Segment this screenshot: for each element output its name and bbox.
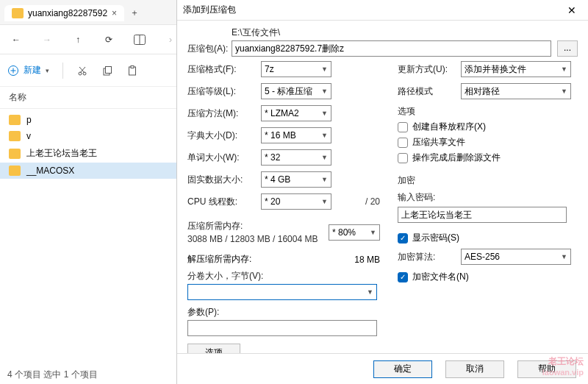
paste-icon[interactable] — [126, 65, 138, 77]
solid-label: 固实数据大小: — [187, 174, 261, 186]
options-heading: 选项 — [398, 105, 578, 118]
password-label: 输入密码: — [398, 191, 578, 204]
method-select[interactable]: * LZMA2▼ — [261, 105, 331, 121]
chevron-down-icon: ▾ — [46, 67, 49, 74]
delete-after-checkbox[interactable]: 操作完成后删除源文件 — [398, 152, 578, 164]
sfx-checkbox[interactable]: 创建自释放程序(X) — [398, 121, 578, 133]
dialog-footer: 确定 取消 帮助 — [177, 353, 588, 384]
new-tab-button[interactable]: ＋ — [124, 3, 145, 24]
algo-label: 加密算法: — [398, 251, 461, 263]
left-column: 压缩格式(F):7z▼ 压缩等级(L):5 - 标准压缩▼ 压缩方法(M):* … — [187, 61, 380, 353]
add-to-archive-dialog: 添加到压缩包 ✕ E:\互传文件\ 压缩包(A): ... 压缩格式(F):7z… — [176, 0, 588, 384]
mem-pct-select[interactable]: * 80%▼ — [329, 224, 380, 241]
svg-rect-12 — [131, 65, 134, 68]
archive-path-input[interactable] — [232, 40, 551, 57]
dialog-title: 添加到压缩包 — [183, 4, 562, 16]
forward-button: → — [37, 29, 57, 50]
chevron-down-icon: ▼ — [321, 154, 328, 161]
word-select[interactable]: * 32▼ — [261, 149, 331, 166]
refresh-button[interactable]: ⟳ — [98, 29, 119, 50]
cpu-select[interactable]: * 20▼ — [261, 193, 331, 210]
mem-decompress-label: 解压缩所需内存: — [187, 253, 251, 266]
folder-icon — [9, 131, 21, 141]
new-button[interactable]: 新建 ▾ — [7, 64, 49, 77]
pathmode-label: 路径模式 — [398, 85, 461, 98]
solid-select[interactable]: * 4 GB▼ — [261, 171, 331, 188]
back-button[interactable]: ← — [6, 29, 26, 50]
copy-icon[interactable] — [101, 65, 113, 77]
update-select[interactable]: 添加并替换文件▼ — [461, 61, 571, 77]
archive-label: 压缩包(A): — [187, 43, 232, 55]
encryption-heading: 加密 — [398, 174, 578, 187]
params-input[interactable] — [187, 320, 377, 336]
close-icon[interactable]: × — [112, 8, 117, 18]
chevron-down-icon: ▼ — [321, 110, 328, 117]
dict-select[interactable]: * 16 MB▼ — [261, 127, 331, 143]
format-label: 压缩格式(F): — [187, 63, 261, 76]
split-label: 分卷大小，字节(V): — [187, 270, 380, 282]
level-label: 压缩等级(L): — [187, 85, 261, 98]
encrypt-names-checkbox[interactable]: ✓加密文件名(N) — [398, 271, 578, 283]
params-label: 参数(P): — [187, 306, 380, 319]
password-input[interactable] — [398, 207, 567, 223]
cut-icon[interactable] — [76, 65, 88, 77]
path-folder: E:\互传文件\ — [232, 26, 578, 39]
status-bar: 4 个项目 选中 1 个项目 — [7, 369, 98, 381]
shared-checkbox[interactable]: 压缩共享文件 — [398, 136, 578, 149]
watermark: 老王论坛 laowan.vip — [542, 353, 584, 377]
chevron-down-icon: ▼ — [370, 229, 376, 236]
split-select[interactable]: ▼ — [187, 284, 377, 300]
right-column: 更新方式(U):添加并替换文件▼ 路径模式相对路径▼ 选项 创建自释放程序(X)… — [398, 61, 578, 353]
chevron-down-icon: ▼ — [561, 88, 567, 95]
folder-icon — [9, 115, 21, 125]
chevron-down-icon: ▼ — [321, 88, 328, 95]
browse-button[interactable]: ... — [557, 40, 578, 57]
cancel-button[interactable]: 取消 — [445, 360, 504, 378]
options-button[interactable]: 选项 — [187, 344, 240, 353]
dialog-titlebar: 添加到压缩包 ✕ — [177, 0, 588, 21]
cpu-label: CPU 线程数: — [187, 196, 261, 208]
update-label: 更新方式(U): — [398, 63, 461, 76]
algo-select[interactable]: AES-256▼ — [461, 249, 571, 265]
split-view-icon[interactable] — [129, 29, 150, 50]
dict-label: 字典大小(D): — [187, 129, 261, 142]
folder-icon — [12, 8, 24, 18]
chevron-down-icon: ▼ — [321, 198, 328, 205]
tab-active[interactable]: yuanxiang82287592 × — [4, 5, 124, 21]
word-label: 单词大小(W): — [187, 152, 261, 164]
chevron-down-icon: ▼ — [321, 65, 328, 73]
svg-rect-10 — [106, 66, 112, 73]
tab-title: yuanxiang82287592 — [28, 8, 107, 18]
close-icon[interactable]: ✕ — [562, 4, 582, 16]
folder-icon — [9, 149, 21, 159]
separator — [62, 63, 63, 79]
level-select[interactable]: 5 - 标准压缩▼ — [261, 83, 331, 99]
ok-button[interactable]: 确定 — [373, 360, 432, 378]
cpu-total: / 20 — [331, 196, 380, 207]
folder-icon — [9, 166, 21, 176]
chevron-down-icon: ▼ — [561, 65, 567, 73]
chevron-down-icon: ▼ — [321, 176, 328, 183]
dialog-body: E:\互传文件\ 压缩包(A): ... 压缩格式(F):7z▼ 压缩等级(L)… — [177, 21, 588, 353]
mem-decompress-value: 18 MB — [354, 255, 380, 265]
show-password-checkbox[interactable]: ✓显示密码(S) — [398, 232, 578, 244]
up-button[interactable]: ↑ — [68, 29, 88, 50]
mem-compress-label: 压缩所需内存: — [187, 220, 318, 232]
chevron-down-icon: ▼ — [561, 253, 567, 260]
chevron-down-icon: ▼ — [367, 288, 373, 296]
pathmode-select[interactable]: 相对路径▼ — [461, 83, 571, 99]
mem-compress-value: 3088 MB / 12803 MB / 16004 MB — [187, 234, 318, 244]
format-select[interactable]: 7z▼ — [261, 61, 331, 77]
chevron-down-icon: ▼ — [321, 132, 328, 139]
plus-circle-icon — [7, 65, 19, 77]
method-label: 压缩方法(M): — [187, 107, 261, 120]
